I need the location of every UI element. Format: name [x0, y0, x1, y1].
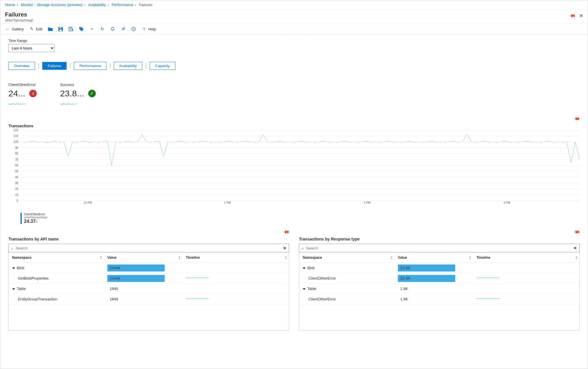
table-row[interactable]: ClientOtherError 22.4K	[299, 273, 579, 284]
table-pin-icon[interactable]: 📌	[282, 228, 290, 236]
toolbar: ← Gallery ✎ Edit ✕ ↻ ? Help	[0, 23, 588, 35]
kpi-sparkline	[60, 101, 77, 107]
col-value[interactable]: Value▲▼	[394, 256, 473, 260]
timeline-sparkline	[186, 296, 209, 301]
timeline-sparkline	[476, 275, 499, 280]
clear-search-icon[interactable]: ✕	[283, 246, 286, 250]
breadcrumb-monitor[interactable]: Monitor - Storage Accounts (preview)	[21, 3, 83, 7]
success-badge-icon: ✓	[88, 90, 96, 97]
kpi-sparkline	[8, 101, 26, 107]
caret-down-icon	[12, 267, 15, 269]
alert-icon[interactable]	[110, 27, 115, 31]
caret-down-icon	[12, 288, 15, 290]
table-search[interactable]: ⌕ ✕	[299, 244, 580, 252]
table-row[interactable]: Blob 22444	[9, 263, 289, 273]
tab-overview[interactable]: Overview	[8, 62, 35, 70]
gallery-button[interactable]: ← Gallery	[5, 27, 24, 32]
search-icon: ⌕	[302, 246, 304, 250]
kpi-label: Success	[60, 82, 95, 87]
table-row[interactable]: ClientOtherError 1.9K	[299, 294, 579, 304]
table-row[interactable]: Table 1.9K	[299, 284, 579, 294]
page-title: Failures	[5, 11, 33, 18]
close-blade-icon[interactable]: ✕	[579, 13, 583, 19]
svg-point-0	[80, 27, 81, 28]
svg-point-1	[132, 27, 135, 31]
caret-down-icon	[303, 288, 306, 290]
caret-down-icon	[303, 267, 306, 269]
table-pin-icon[interactable]: 📌	[573, 228, 581, 236]
kpi-value: 24...	[8, 89, 25, 98]
timeline-sparkline	[476, 296, 499, 301]
breadcrumb-current: Failures	[139, 3, 152, 7]
chart-legend-item[interactable]: ClientOtherError a64sl75plosp2diag0 24.3…	[21, 213, 47, 224]
transactions-chart[interactable]: 0102030405060708090100110120 12 PM1 PM2 …	[8, 130, 580, 211]
search-icon: ⌕	[11, 246, 13, 250]
back-arrow-icon: ←	[5, 27, 10, 32]
table-row[interactable]: Blob 22.4K	[299, 263, 579, 273]
transactions-title: Transactions	[8, 124, 580, 128]
col-value[interactable]: Value▲▼	[104, 256, 182, 260]
breadcrumb-availability[interactable]: Availability	[88, 3, 106, 7]
feedback-icon[interactable]	[131, 27, 136, 31]
tab-capacity[interactable]: Capacity	[150, 62, 175, 70]
table-search[interactable]: ⌕ ✕	[8, 244, 289, 252]
breadcrumb: Home› Monitor - Storage Accounts (previe…	[0, 0, 588, 10]
search-input[interactable]	[16, 246, 281, 250]
col-timeline[interactable]: Timeline▲▼	[182, 256, 289, 260]
col-namespace[interactable]: Namespace▲▼	[299, 256, 394, 260]
save-as-icon[interactable]	[69, 27, 74, 31]
save-icon[interactable]	[58, 27, 63, 31]
open-folder-icon[interactable]	[48, 27, 53, 31]
discard-icon: ✕	[89, 26, 95, 32]
kpi-label: ClientOtherError	[8, 82, 37, 87]
kpi-value: 23.8...	[60, 89, 84, 98]
error-badge-icon: !	[29, 90, 37, 97]
svg-point-2	[133, 28, 133, 29]
edit-button[interactable]: ✎ Edit	[29, 26, 42, 32]
table-row[interactable]: Table 1949	[9, 284, 289, 294]
pin-icon[interactable]	[120, 26, 126, 32]
pencil-icon: ✎	[29, 26, 34, 32]
transactions-pin-icon[interactable]: 📌	[573, 115, 581, 123]
pin-blade-icon[interactable]: 📌	[568, 12, 576, 20]
breadcrumb-home[interactable]: Home	[5, 3, 15, 7]
col-namespace[interactable]: Namespace▲▼	[9, 256, 104, 260]
col-timeline[interactable]: Timeline▲▼	[473, 256, 579, 260]
tab-failures[interactable]: Failures	[42, 62, 67, 70]
table-title: Transactions by Response type	[299, 237, 580, 241]
refresh-icon[interactable]: ↻	[100, 26, 105, 32]
breadcrumb-performance[interactable]: Performance	[112, 3, 133, 7]
search-input[interactable]	[306, 246, 571, 250]
table-row[interactable]: EntityGroupTransaction 1949	[9, 294, 289, 304]
table-row[interactable]: GetBlobProperties 22444	[9, 273, 289, 284]
page-subtitle: a64sl75plosp2diag0	[5, 19, 33, 22]
help-icon: ?	[142, 27, 147, 32]
clear-search-icon[interactable]: ✕	[574, 246, 577, 250]
tag-icon[interactable]	[79, 27, 84, 31]
timeline-sparkline	[186, 275, 209, 280]
time-range-label: Time Range	[8, 39, 580, 43]
time-range-select[interactable]: Last 4 hours	[8, 44, 55, 52]
tab-performance[interactable]: Performance	[74, 62, 106, 70]
help-button[interactable]: ? Help	[142, 27, 156, 32]
tab-availability[interactable]: Availability	[114, 62, 142, 70]
svg-point-3	[134, 28, 135, 29]
table-title: Transactions by API name	[8, 237, 289, 241]
